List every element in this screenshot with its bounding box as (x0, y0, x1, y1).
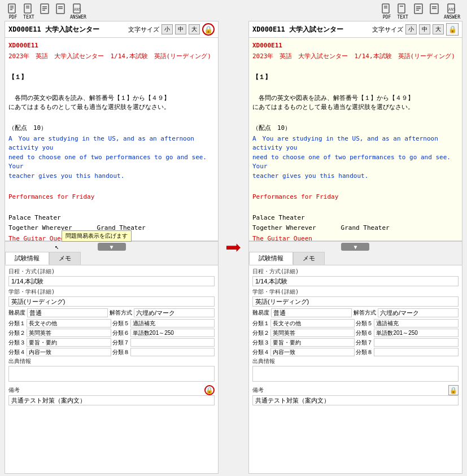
cat6-input-right[interactable] (374, 329, 459, 337)
content-section-num-right: 【１】 (252, 73, 459, 82)
content-meta: 2023年 英語 大学入試センター 1/14,本試験 英語(リーディング) (8, 52, 215, 62)
note-row-right: 備考 🔒 (252, 385, 459, 405)
difficulty-input-right[interactable] (271, 308, 352, 317)
left-tabs: 試験情報 メモ (5, 252, 218, 265)
note-lock-btn-right[interactable]: 🔒 (448, 385, 459, 395)
dept-row-right: 学部・学科(詳細) (252, 288, 459, 307)
answer-type-input-right[interactable] (378, 308, 459, 317)
content-perf-header: Performances for Friday (8, 193, 215, 202)
cat5-label-right: 分類５ (356, 320, 373, 327)
tab-memo-right[interactable]: メモ (293, 252, 325, 265)
cat2-input-right[interactable] (270, 329, 355, 337)
cat7-input-right[interactable] (374, 338, 459, 347)
font-size-label-right: 文字サイズ (372, 25, 403, 34)
content-points: （配点 10） (8, 124, 215, 133)
cat8-input-right[interactable] (374, 348, 459, 356)
cat-row-2-left: 分類２ 分類６ (8, 329, 215, 337)
cat1-label-left: 分類１ (8, 320, 25, 327)
right-toolbar: PDF TEXT (381, 3, 460, 20)
doc-icon-right1[interactable] (412, 3, 425, 20)
pdf-icon-left[interactable]: PDF (7, 3, 19, 20)
toggle-expand-btn-left[interactable]: ▼ (98, 243, 126, 251)
answer-type-label-right: 解答方式 (353, 309, 376, 317)
cat4-input-right[interactable] (270, 348, 355, 356)
font-small-btn-left[interactable]: 小 (162, 24, 173, 34)
source-textarea-right[interactable] (252, 366, 459, 382)
font-large-btn-left[interactable]: 大 (189, 24, 200, 34)
cursor-pointer: ↖ (55, 243, 59, 251)
svg-rect-4 (24, 4, 31, 13)
cat-row-2-right: 分類２ 分類６ (252, 329, 459, 337)
cat7-input-left[interactable] (130, 338, 215, 347)
date-label-left: 日程・方式(詳細) (8, 268, 215, 276)
tab-memo-left[interactable]: メモ (49, 252, 81, 265)
cat5-input-right[interactable] (374, 319, 459, 327)
dept-row-left: 学部・学科(詳細) (8, 288, 215, 307)
toggle-expand-btn-right[interactable]: ▼ (341, 243, 369, 251)
doc-icon-right2[interactable] (428, 3, 440, 20)
answer-icon-right[interactable]: ANS ANSWER (444, 3, 460, 20)
font-mid-btn-right[interactable]: 中 (419, 24, 430, 34)
tab-exam-info-right[interactable]: 試験情報 (249, 252, 293, 265)
font-mid-btn-left[interactable]: 中 (175, 24, 186, 34)
right-panel: XD000E11 大学入試センター 文字サイズ 小 中 大 🔒 XD000E11… (248, 21, 462, 474)
tab-exam-info-left[interactable]: 試験情報 (5, 252, 49, 265)
cat1-input-right[interactable] (270, 319, 355, 327)
date-row-right: 日程・方式(詳細) (252, 268, 459, 286)
svg-rect-16 (382, 4, 389, 13)
expand-toggle-right: ▼ (249, 241, 462, 252)
difficulty-input-left[interactable] (27, 308, 108, 317)
cat3-label-left: 分類３ (8, 339, 25, 347)
difficulty-row-left: 難易度 解答方式 (8, 308, 215, 317)
cat2-input-left[interactable] (27, 329, 111, 337)
doc-icon-left1[interactable] (38, 3, 51, 20)
lock-btn-left[interactable]: 🔒 (202, 23, 215, 36)
note-row-left: 備考 🔒 (8, 385, 215, 405)
cat3-input-left[interactable] (27, 338, 111, 347)
cat6-label-left: 分類６ (112, 329, 129, 337)
answer-icon-left[interactable]: ANS ANSWER (70, 3, 86, 20)
note-lock-btn-left[interactable]: 🔒 (204, 385, 215, 395)
top-toolbar: PDF TEXT (2, 2, 465, 21)
doc-icon-left2[interactable] (54, 3, 67, 20)
cat4-label-right: 分類４ (252, 348, 269, 356)
text-icon-left[interactable]: TEXT (23, 3, 35, 20)
source-textarea-left[interactable] (8, 366, 215, 382)
lock-btn-right[interactable]: 🔒 (446, 23, 459, 36)
font-small-btn-right[interactable]: 小 (405, 24, 417, 34)
content-perf-header-right: Performances for Friday (252, 193, 459, 202)
cat6-label-right: 分類６ (356, 329, 373, 337)
cat6-input-left[interactable] (130, 329, 215, 337)
dept-input-right[interactable] (252, 296, 459, 307)
cat-row-1-left: 分類１ 分類５ (8, 319, 215, 327)
date-input-left[interactable] (8, 276, 215, 286)
font-size-label-left: 文字サイズ (128, 25, 159, 34)
direction-arrow: ➡ (225, 234, 242, 261)
cat3-label-right: 分類３ (252, 339, 269, 347)
text-icon-right[interactable]: TEXT (396, 3, 409, 20)
date-input-right[interactable] (252, 276, 459, 286)
cat8-input-left[interactable] (130, 348, 215, 356)
answer-type-input-left[interactable] (134, 308, 215, 317)
cat1-input-left[interactable] (27, 319, 111, 327)
left-panel-title: XD000E11 大学入試センター (8, 25, 99, 34)
note-label-left: 備考 (8, 386, 20, 394)
content-points-right: （配点 10） (252, 124, 459, 133)
cat4-input-left[interactable] (27, 348, 111, 356)
cat7-label-right: 分類７ (356, 339, 373, 347)
cat5-input-left[interactable] (130, 319, 215, 327)
pdf-icon-right[interactable]: PDF (381, 3, 393, 20)
dept-input-left[interactable] (8, 296, 215, 307)
note-input-left[interactable] (8, 395, 215, 405)
cat-row-1-right: 分類１ 分類５ (252, 319, 459, 327)
answer-type-label-left: 解答方式 (110, 309, 132, 317)
answer-label-left: ANSWER (70, 15, 86, 20)
content-instruction-right: 各問の英文や図表を読み、解答番号【１】から【４９】 にあてはまるものとして最も適… (252, 94, 459, 112)
cat3-input-right[interactable] (270, 338, 355, 347)
text-label-right: TEXT (397, 15, 408, 20)
note-input-right[interactable] (252, 395, 459, 405)
arrow-container: ➡ (223, 21, 244, 474)
font-large-btn-right[interactable]: 大 (433, 24, 444, 34)
right-content-area: XD000E11 2023年 英語 大学入試センター 1/14,本試験 英語(リ… (249, 38, 462, 241)
cat-row-3-right: 分類３ 分類７ (252, 338, 459, 347)
